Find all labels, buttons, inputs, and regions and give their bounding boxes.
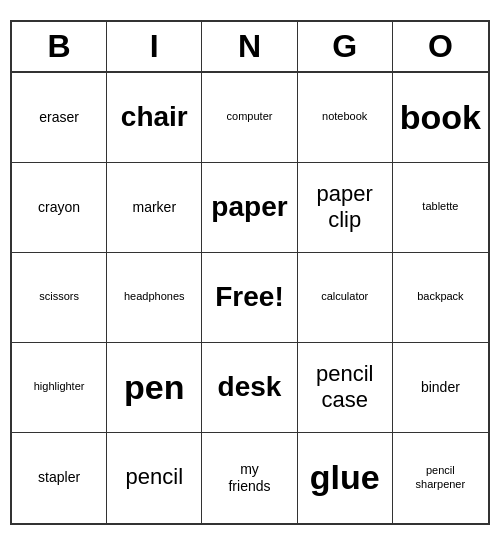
- cell-text: headphones: [124, 290, 185, 303]
- bingo-cell: pencilsharpener: [393, 433, 488, 523]
- cell-text: book: [400, 97, 481, 138]
- cell-text: glue: [310, 457, 380, 498]
- bingo-cell: binder: [393, 343, 488, 433]
- cell-text: desk: [218, 370, 282, 404]
- bingo-cell: pencil: [107, 433, 202, 523]
- cell-text: stapler: [38, 469, 80, 486]
- bingo-cell: calculator: [298, 253, 393, 343]
- cell-text: binder: [421, 379, 460, 396]
- cell-text: crayon: [38, 199, 80, 216]
- bingo-cell: scissors: [12, 253, 107, 343]
- cell-text: chair: [121, 100, 188, 134]
- bingo-cell: book: [393, 73, 488, 163]
- cell-text: pencil: [126, 464, 183, 490]
- bingo-cell: notebook: [298, 73, 393, 163]
- cell-text: pencilsharpener: [416, 464, 466, 490]
- bingo-cell: crayon: [12, 163, 107, 253]
- bingo-cell: myfriends: [202, 433, 297, 523]
- header-letter: I: [107, 22, 202, 71]
- header-letter: B: [12, 22, 107, 71]
- bingo-cell: Free!: [202, 253, 297, 343]
- cell-text: scissors: [39, 290, 79, 303]
- cell-text: tablette: [422, 200, 458, 213]
- header-letter: N: [202, 22, 297, 71]
- bingo-cell: stapler: [12, 433, 107, 523]
- cell-text: pencilcase: [316, 361, 373, 414]
- cell-text: highlighter: [34, 380, 85, 393]
- bingo-grid: eraserchaircomputernotebookbookcrayonmar…: [12, 73, 488, 523]
- cell-text: paperclip: [317, 181, 373, 234]
- bingo-header: BINGO: [12, 22, 488, 73]
- bingo-cell: marker: [107, 163, 202, 253]
- bingo-cell: computer: [202, 73, 297, 163]
- free-cell-text: Free!: [215, 280, 283, 314]
- bingo-cell: chair: [107, 73, 202, 163]
- cell-text: pen: [124, 367, 184, 408]
- bingo-cell: paperclip: [298, 163, 393, 253]
- bingo-cell: pencilcase: [298, 343, 393, 433]
- bingo-cell: paper: [202, 163, 297, 253]
- cell-text: calculator: [321, 290, 368, 303]
- bingo-cell: tablette: [393, 163, 488, 253]
- cell-text: marker: [133, 199, 177, 216]
- header-letter: O: [393, 22, 488, 71]
- bingo-cell: eraser: [12, 73, 107, 163]
- cell-text: notebook: [322, 110, 367, 123]
- bingo-cell: desk: [202, 343, 297, 433]
- header-letter: G: [298, 22, 393, 71]
- bingo-cell: pen: [107, 343, 202, 433]
- cell-text: paper: [211, 190, 287, 224]
- cell-text: computer: [227, 110, 273, 123]
- bingo-cell: highlighter: [12, 343, 107, 433]
- bingo-cell: glue: [298, 433, 393, 523]
- bingo-cell: headphones: [107, 253, 202, 343]
- cell-text: myfriends: [228, 461, 270, 495]
- bingo-card: BINGO eraserchaircomputernotebookbookcra…: [10, 20, 490, 525]
- bingo-cell: backpack: [393, 253, 488, 343]
- cell-text: eraser: [39, 109, 79, 126]
- cell-text: backpack: [417, 290, 463, 303]
